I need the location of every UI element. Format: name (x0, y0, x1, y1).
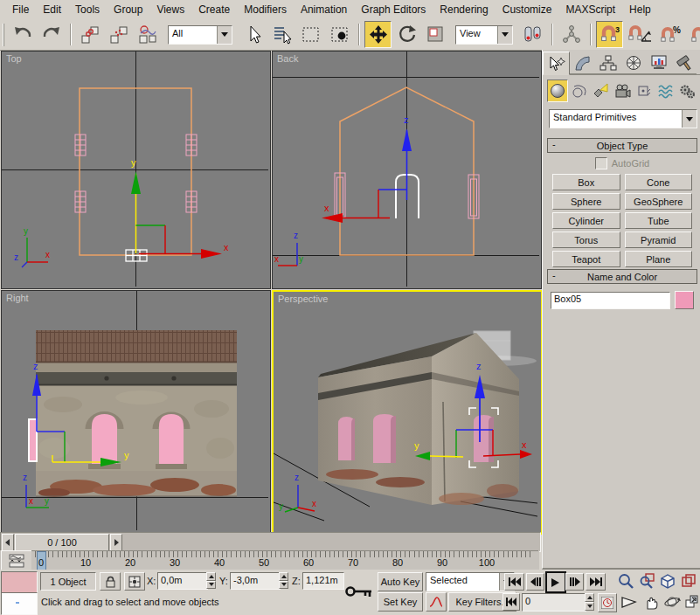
mini-curve-editor-button[interactable] (1, 550, 32, 570)
percent-snap-toggle-button[interactable]: % (656, 21, 686, 48)
selection-lock-toggle[interactable] (100, 572, 121, 591)
category-lights[interactable] (590, 79, 611, 102)
select-and-rotate-button[interactable] (393, 21, 420, 48)
menu-maxscript[interactable]: MAXScript (558, 1, 622, 18)
category-helpers[interactable] (634, 79, 655, 102)
torus-button[interactable]: Torus (552, 231, 620, 248)
time-configuration-button[interactable] (598, 593, 617, 612)
object-color-swatch[interactable] (675, 291, 694, 309)
zoom-extents-button[interactable] (657, 571, 676, 590)
redo-button[interactable] (38, 21, 65, 48)
menu-views[interactable]: Views (149, 1, 191, 18)
cylinder-button[interactable]: Cylinder (552, 212, 620, 229)
cone-button[interactable]: Cone (625, 174, 693, 190)
previous-frame-arrow[interactable] (2, 534, 14, 551)
frame-spinner[interactable] (585, 593, 594, 611)
sphere-button[interactable]: Sphere (552, 193, 620, 210)
menu-graph-editors[interactable]: Graph Editors (354, 1, 433, 18)
undo-button[interactable] (9, 21, 36, 48)
field-of-view-button[interactable] (619, 592, 638, 611)
select-and-move-button[interactable] (364, 21, 392, 48)
set-key-button[interactable]: Set Key (378, 592, 423, 612)
primitive-category-arrow[interactable] (682, 110, 697, 128)
select-and-scale-button[interactable] (422, 21, 449, 48)
zoom-extents-all-button[interactable] (679, 571, 697, 590)
menu-create[interactable]: Create (191, 1, 237, 18)
tab-create[interactable] (543, 52, 570, 75)
go-to-start-button[interactable] (504, 573, 524, 591)
set-keys-button[interactable] (341, 571, 378, 612)
object-type-rollout-header[interactable]: - Object Type (547, 138, 697, 153)
menu-modifiers[interactable]: Modifiers (237, 1, 294, 18)
window-object-right-2[interactable] (159, 414, 184, 464)
viewport-top-canvas[interactable]: y x y z x (2, 52, 268, 287)
menu-rendering[interactable]: Rendering (433, 1, 495, 18)
window-object-right-1[interactable] (92, 414, 117, 464)
category-geometry[interactable] (547, 79, 568, 102)
zoom-all-button[interactable] (637, 571, 655, 590)
key-mode-toggle-button[interactable] (502, 593, 520, 611)
z-coordinate-field[interactable]: 1,121m (302, 572, 344, 590)
time-slider-track[interactable]: 0 / 100 (0, 532, 541, 552)
go-to-end-button[interactable] (586, 573, 606, 591)
reference-coordinate-system-dropdown[interactable]: View (455, 25, 513, 45)
selection-filter-arrow[interactable] (217, 26, 232, 44)
house-object-perspective[interactable] (318, 333, 519, 505)
key-filter-mode-dropdown[interactable]: Selected (426, 572, 515, 591)
select-by-name-button[interactable] (268, 21, 295, 48)
viewport-top[interactable]: Top (1, 51, 271, 289)
menu-group[interactable]: Group (107, 1, 149, 18)
viewport-back[interactable]: Back z x (272, 51, 542, 289)
viewport-back-canvas[interactable]: z x z x y (273, 52, 539, 287)
textured-wall-photo[interactable] (36, 330, 237, 497)
track-bar-ruler[interactable]: 0 10 20 30 40 50 60 70 80 90 100 (31, 550, 538, 570)
viewport-right-canvas[interactable]: z y z x y (2, 291, 268, 530)
time-slider-handle[interactable]: 0 / 100 (15, 534, 109, 551)
viewport-perspective-canvas[interactable]: z x y z y x (274, 292, 537, 529)
current-frame-field[interactable]: 0 (522, 593, 586, 612)
menu-edit[interactable]: Edit (36, 1, 68, 18)
primitive-category-dropdown[interactable]: Standard Primitives (549, 109, 697, 128)
x-coordinate-field[interactable]: 0,0m (157, 572, 208, 590)
y-coordinate-field[interactable]: -3,0m (230, 572, 281, 590)
zoom-button[interactable] (616, 571, 634, 590)
teapot-button[interactable]: Teapot (552, 251, 620, 267)
default-tangent-button[interactable] (426, 592, 447, 612)
viewport-right[interactable]: Right (1, 290, 271, 533)
use-pivot-point-center-button[interactable] (519, 21, 546, 48)
menu-animation[interactable]: Animation (294, 1, 354, 18)
select-and-link-button[interactable] (76, 21, 103, 48)
menu-tools[interactable]: Tools (68, 1, 107, 18)
tab-motion[interactable] (620, 52, 646, 74)
spinner-snap-toggle-button[interactable] (688, 21, 700, 48)
y-spinner[interactable] (279, 572, 288, 589)
select-and-manipulate-button[interactable] (558, 21, 585, 48)
object-name-input[interactable]: Box05 (551, 292, 670, 309)
box-button[interactable]: Box (552, 174, 620, 190)
menu-customize[interactable]: Customize (496, 1, 559, 18)
window-crossing-toggle-button[interactable] (326, 21, 353, 48)
tab-utilities[interactable] (671, 52, 697, 74)
previous-frame-button[interactable] (526, 573, 544, 591)
tab-modify[interactable] (570, 52, 595, 74)
auto-key-button[interactable]: Auto Key (378, 572, 423, 591)
category-shapes[interactable] (569, 79, 590, 102)
plane-button[interactable]: Plane (625, 251, 693, 267)
absolute-offset-mode-toggle[interactable] (124, 572, 145, 591)
maxscript-mini-listener[interactable] (1, 592, 38, 615)
menu-file[interactable]: File (5, 1, 36, 18)
angle-snap-toggle-button[interactable] (625, 21, 655, 48)
name-and-color-rollout-header[interactable]: - Name and Color (547, 269, 697, 284)
tube-button[interactable]: Tube (625, 212, 693, 229)
pan-view-button[interactable] (641, 592, 661, 611)
unlink-selection-button[interactable] (105, 21, 132, 48)
play-animation-button[interactable] (545, 571, 566, 593)
bind-to-space-warp-button[interactable] (134, 21, 161, 48)
next-frame-button[interactable] (565, 573, 584, 591)
category-systems[interactable] (676, 79, 697, 102)
arc-rotate-button[interactable] (662, 592, 682, 611)
category-space-warps[interactable] (655, 79, 676, 102)
pyramid-button[interactable]: Pyramid (625, 231, 693, 248)
selection-filter-dropdown[interactable]: All (168, 25, 232, 45)
tab-hierarchy[interactable] (595, 52, 620, 74)
